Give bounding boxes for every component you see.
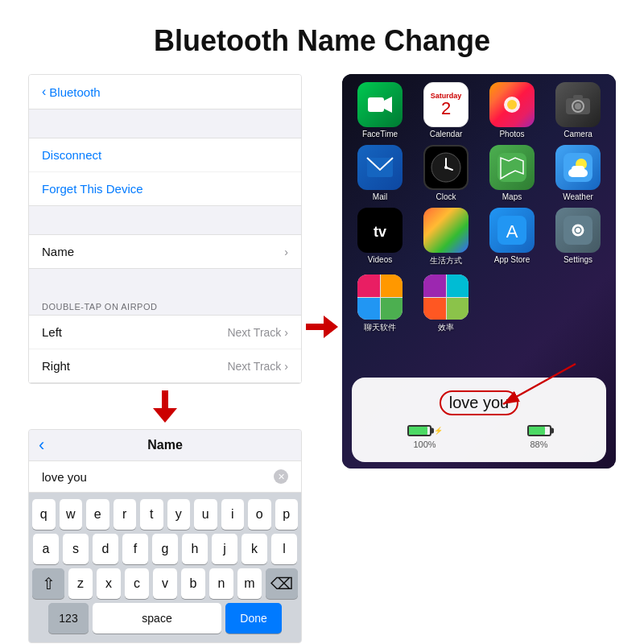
- app-appstore[interactable]: A App Store: [482, 208, 542, 266]
- svg-rect-0: [162, 390, 168, 410]
- lifestyle-icon: [423, 208, 469, 253]
- arrow-down-container: [28, 384, 302, 429]
- mail-icon: [357, 145, 402, 190]
- battery-icon-2: [527, 425, 551, 436]
- settings-label: Settings: [564, 255, 592, 264]
- arrow-right-icon: [306, 316, 338, 338]
- key-b[interactable]: b: [181, 568, 205, 599]
- key-u[interactable]: u: [194, 499, 217, 530]
- svg-marker-3: [324, 316, 338, 338]
- battery-item-2: 88%: [527, 425, 551, 449]
- key-m[interactable]: m: [237, 568, 262, 599]
- key-q[interactable]: q: [32, 499, 56, 530]
- popup-name-oval: love you: [440, 390, 519, 415]
- maps-icon: [489, 145, 535, 190]
- key-x[interactable]: x: [97, 568, 121, 599]
- iphone-screen: FaceTime Saturday 2 Calendar Photos: [342, 74, 616, 469]
- key-h[interactable]: h: [182, 534, 208, 564]
- app-settings[interactable]: Settings: [548, 208, 608, 266]
- svg-point-29: [576, 228, 580, 233]
- key-f[interactable]: f: [122, 534, 148, 564]
- app-efficiency[interactable]: 效率: [416, 275, 476, 333]
- clear-input-button[interactable]: ✕: [274, 469, 288, 484]
- key-shift[interactable]: ⇧: [32, 568, 64, 599]
- svg-marker-1: [153, 408, 177, 423]
- svg-rect-11: [573, 95, 583, 99]
- key-o[interactable]: o: [248, 499, 271, 530]
- facetime-icon: [357, 82, 402, 127]
- svg-rect-4: [368, 97, 384, 112]
- key-d[interactable]: d: [93, 534, 118, 564]
- arrow-down-icon: [153, 390, 177, 423]
- app-maps[interactable]: Maps: [482, 145, 542, 201]
- key-s[interactable]: s: [63, 534, 89, 564]
- weather-label: Weather: [563, 192, 593, 201]
- key-t[interactable]: t: [140, 499, 163, 530]
- svg-point-7: [507, 100, 517, 109]
- key-num[interactable]: 123: [48, 603, 89, 634]
- bottom-app-row: 聊天软件 效率: [342, 273, 616, 333]
- svg-rect-22: [572, 166, 584, 172]
- name-row[interactable]: Name ›: [29, 235, 301, 268]
- left-row[interactable]: Left Next Track ›: [29, 316, 301, 349]
- right-row[interactable]: Right Next Track ›: [29, 349, 301, 382]
- battery-row: ⚡ 100% 88%: [365, 425, 593, 449]
- left-value: Next Track ›: [227, 326, 288, 339]
- key-c[interactable]: c: [125, 568, 149, 599]
- app-camera[interactable]: Camera: [548, 82, 608, 138]
- divider-3: [29, 269, 301, 297]
- key-done[interactable]: Done: [225, 603, 282, 634]
- key-l[interactable]: l: [271, 534, 297, 564]
- app-calendar[interactable]: Saturday 2 Calendar: [416, 82, 476, 138]
- battery-pct-1: 100%: [413, 440, 436, 449]
- disconnect-row[interactable]: Disconnect: [29, 138, 301, 172]
- clock-icon: [423, 145, 469, 190]
- key-delete[interactable]: ⌫: [266, 568, 298, 599]
- lightning-icon: ⚡: [434, 427, 443, 435]
- key-g[interactable]: g: [152, 534, 178, 564]
- efficiency-label: 效率: [438, 322, 454, 333]
- app-photos[interactable]: Photos: [482, 82, 542, 138]
- app-weather[interactable]: Weather: [548, 145, 608, 201]
- name-group: Name ›: [29, 234, 301, 269]
- settings-icon: [555, 208, 601, 253]
- key-space[interactable]: space: [93, 603, 221, 634]
- app-tv[interactable]: tv Videos: [350, 208, 410, 266]
- app-mail[interactable]: Mail: [350, 145, 410, 201]
- facetime-label: FaceTime: [362, 130, 398, 138]
- photos-label: Photos: [499, 130, 524, 138]
- svg-text:A: A: [506, 221, 518, 242]
- maps-label: Maps: [502, 192, 522, 201]
- divider-1: [29, 109, 301, 138]
- key-i[interactable]: i: [221, 499, 245, 530]
- key-a[interactable]: a: [33, 534, 59, 564]
- tv-icon: tv: [357, 208, 402, 253]
- key-j[interactable]: j: [212, 534, 237, 564]
- right-value: Next Track ›: [227, 360, 288, 373]
- key-k[interactable]: k: [242, 534, 267, 564]
- key-v[interactable]: v: [153, 568, 177, 599]
- appstore-label: App Store: [494, 255, 530, 264]
- key-p[interactable]: p: [275, 499, 299, 530]
- name-input-row[interactable]: love you ✕: [29, 461, 301, 493]
- key-w[interactable]: w: [60, 499, 83, 530]
- key-r[interactable]: r: [114, 499, 137, 530]
- keyboard-row-3: ⇧ z x c v b n m ⌫: [32, 568, 298, 599]
- app-clock[interactable]: Clock: [416, 145, 476, 201]
- app-lifestyle[interactable]: 生活方式: [416, 208, 476, 266]
- chat-label: 聊天软件: [364, 322, 396, 333]
- key-e[interactable]: e: [86, 499, 109, 530]
- name-back-button[interactable]: ‹: [39, 435, 44, 456]
- key-z[interactable]: z: [68, 568, 93, 599]
- forget-row[interactable]: Forget This Device: [29, 172, 301, 205]
- double-tap-group: Left Next Track › Right Next Track ›: [29, 315, 301, 383]
- bluetooth-back-row[interactable]: ‹ Bluetooth: [29, 75, 301, 109]
- right-panel: FaceTime Saturday 2 Calendar Photos: [342, 74, 616, 469]
- keyboard: q w e r t y u i o p a s d f g: [29, 493, 301, 642]
- app-facetime[interactable]: FaceTime: [350, 82, 410, 138]
- app-chat[interactable]: 聊天软件: [350, 275, 410, 333]
- key-n[interactable]: n: [209, 568, 233, 599]
- page-title: Bluetooth Name Change: [0, 0, 644, 74]
- svg-text:tv: tv: [374, 224, 386, 240]
- key-y[interactable]: y: [167, 499, 191, 530]
